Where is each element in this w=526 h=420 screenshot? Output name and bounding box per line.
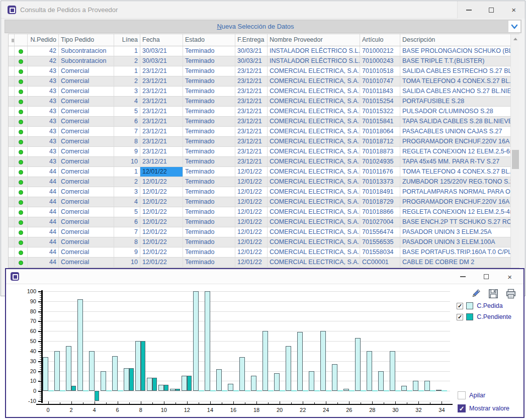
- cell-estado[interactable]: Terminado: [183, 247, 235, 258]
- cell-linea[interactable]: 2: [114, 177, 140, 187]
- column-header-npedido[interactable]: N.Pedido: [28, 34, 59, 46]
- cell-tipo[interactable]: Comercial: [59, 247, 114, 258]
- cell-npedido[interactable]: 44: [28, 177, 59, 187]
- column-header-descripcion[interactable]: Descripción: [400, 34, 510, 46]
- cell-npedido[interactable]: 43: [28, 157, 59, 167]
- table-row[interactable]: 44Comercial112/01/22Terminado12/01/22COM…: [9, 167, 510, 177]
- cell-tipo[interactable]: Comercial: [59, 187, 114, 197]
- table-row[interactable]: 43Comercial623/12/21Terminado23/12/21COM…: [9, 117, 510, 127]
- cell-proveedor[interactable]: COMERCIAL ELECTRICA, S.A.: [268, 237, 360, 247]
- cell-npedido[interactable]: 43: [28, 127, 59, 137]
- scrollbar-thumb[interactable]: [512, 150, 519, 169]
- cell-proveedor[interactable]: COMERCIAL ELECTRICA, S.A.: [268, 97, 360, 107]
- cell-estado[interactable]: Terminado: [183, 46, 235, 56]
- cell-articulo[interactable]: 701010518: [360, 66, 400, 76]
- cell-npedido[interactable]: 44: [28, 197, 59, 207]
- cell-proveedor[interactable]: COMERCIAL ELECTRICA, S.A.: [268, 157, 360, 167]
- cell-descripcion[interactable]: PULSADOR C/LUMINOSO S.28: [400, 107, 510, 117]
- column-header-linea[interactable]: Línea: [114, 34, 140, 46]
- cell-proveedor[interactable]: INSTALADOR ELÉCTRICO S.L.: [268, 46, 360, 56]
- cell-articulo[interactable]: 701000212: [360, 46, 400, 56]
- cell-fentrega[interactable]: 23/12/21: [235, 137, 268, 147]
- legend-checkbox[interactable]: ✓: [457, 303, 463, 309]
- cell-linea[interactable]: 5: [114, 207, 140, 217]
- cell-articulo[interactable]: 701011843: [360, 87, 400, 97]
- cell-npedido[interactable]: 44: [28, 227, 59, 237]
- row-marker-cell[interactable]: [9, 177, 15, 187]
- cell-tipo[interactable]: Comercial: [59, 107, 114, 117]
- cell-proveedor[interactable]: COMERCIAL ELECTRICA, S.A.: [268, 87, 360, 97]
- cell-descripcion[interactable]: ZUMBADOR 125/220V REG.TONO S.27 BL: [400, 177, 510, 187]
- cell-descripcion[interactable]: BASE PROLONGACION SCHUKO (BLISTE: [400, 46, 510, 56]
- table-row[interactable]: 43Comercial323/12/21Terminado23/12/21COM…: [9, 87, 510, 97]
- cell-proveedor[interactable]: COMERCIAL ELECTRICA, S.A.: [268, 197, 360, 207]
- minimize-button[interactable]: [458, 1, 480, 19]
- row-marker-cell[interactable]: [9, 56, 15, 66]
- row-marker-cell[interactable]: [9, 107, 15, 117]
- cell-articulo[interactable]: 701010747: [360, 76, 400, 87]
- cell-articulo[interactable]: 701013373: [360, 177, 400, 187]
- column-header-tipo[interactable]: Tipo Pedido: [59, 34, 114, 46]
- row-marker-cell[interactable]: [9, 237, 15, 247]
- legend-checkbox[interactable]: ✓: [457, 314, 463, 320]
- cell-linea[interactable]: 1: [114, 66, 140, 76]
- row-status-cell[interactable]: [15, 97, 28, 107]
- cell-fecha[interactable]: 12/01/22: [140, 187, 183, 197]
- option-mostrar-valore[interactable]: ✓Mostrar valore: [458, 402, 509, 415]
- cell-articulo[interactable]: 701018491: [360, 187, 400, 197]
- cell-descripcion[interactable]: PASACABLES UNION CAJAS S.27: [400, 127, 510, 137]
- checkbox-unchecked-icon[interactable]: [458, 391, 466, 399]
- cell-fentrega[interactable]: 12/01/22: [235, 217, 268, 227]
- row-status-cell[interactable]: [15, 66, 28, 76]
- column-header-proveedor[interactable]: Nombre Proveedor: [268, 34, 360, 46]
- cell-npedido[interactable]: 44: [28, 217, 59, 227]
- cell-npedido[interactable]: 43: [28, 76, 59, 87]
- legend-item-c-pedida[interactable]: ✓C.Pedida: [457, 300, 511, 311]
- cell-tipo[interactable]: Comercial: [59, 237, 114, 247]
- cell-articulo[interactable]: 701027004: [360, 217, 400, 227]
- row-marker-cell[interactable]: [9, 197, 15, 207]
- cell-articulo[interactable]: 701000243: [360, 56, 400, 66]
- cell-fentrega[interactable]: 12/01/22: [235, 207, 268, 217]
- cell-fecha[interactable]: 12/01/22: [140, 177, 183, 187]
- row-status-cell[interactable]: [15, 177, 28, 187]
- maximize-button[interactable]: [475, 269, 498, 284]
- selected-cell-fecha[interactable]: 12/01/22: [140, 167, 183, 177]
- row-marker-cell[interactable]: [9, 167, 15, 177]
- cell-articulo[interactable]: 701558034: [360, 247, 400, 258]
- row-marker-cell[interactable]: [9, 157, 15, 167]
- cell-linea[interactable]: 9: [114, 147, 140, 157]
- table-row[interactable]: 43Comercial523/12/21Terminado23/12/21COM…: [9, 107, 510, 117]
- table-row[interactable]: 44Comercial412/01/22Terminado12/01/22COM…: [9, 197, 510, 207]
- cell-estado[interactable]: Terminado: [183, 217, 235, 227]
- cell-articulo[interactable]: 701556474: [360, 227, 400, 237]
- row-status-cell[interactable]: [15, 217, 28, 227]
- cell-fecha[interactable]: 23/12/21: [140, 107, 183, 117]
- cell-fentrega[interactable]: 23/12/21: [235, 87, 268, 97]
- cell-linea[interactable]: 8: [114, 137, 140, 147]
- row-marker-cell[interactable]: [9, 217, 15, 227]
- legend-item-c-pendiente[interactable]: ✓C.Pendiente: [457, 311, 511, 322]
- row-status-cell[interactable]: [15, 247, 28, 258]
- cell-proveedor[interactable]: COMERCIAL ELECTRICA, S.A.: [268, 127, 360, 137]
- cell-linea[interactable]: 8: [114, 237, 140, 247]
- cell-fentrega[interactable]: 23/12/21: [235, 117, 268, 127]
- cell-proveedor[interactable]: COMERCIAL ELECTRICA, S.A.: [268, 117, 360, 127]
- cell-fentrega[interactable]: 23/12/21: [235, 127, 268, 137]
- cell-estado[interactable]: Terminado: [183, 127, 235, 137]
- checkbox-checked-icon[interactable]: ✓: [458, 404, 466, 412]
- cell-fecha[interactable]: 23/12/21: [140, 137, 183, 147]
- row-marker-cell[interactable]: [9, 46, 15, 56]
- cell-tipo[interactable]: Comercial: [59, 76, 114, 87]
- cell-articulo[interactable]: 701015841: [360, 117, 400, 127]
- cell-npedido[interactable]: 44: [28, 187, 59, 197]
- cell-linea[interactable]: 4: [114, 197, 140, 207]
- cell-tipo[interactable]: Comercial: [59, 127, 114, 137]
- row-status-cell[interactable]: [15, 117, 28, 127]
- cell-descripcion[interactable]: PORTALAMPARAS NORMAL PARA OBRAS: [400, 187, 510, 197]
- cell-linea[interactable]: 1: [114, 46, 140, 56]
- cell-linea[interactable]: 3: [114, 187, 140, 197]
- cell-npedido[interactable]: 44: [28, 258, 59, 268]
- cell-proveedor[interactable]: COMERCIAL ELECTRICA, S.A.: [268, 107, 360, 117]
- cell-articulo[interactable]: 701011676: [360, 167, 400, 177]
